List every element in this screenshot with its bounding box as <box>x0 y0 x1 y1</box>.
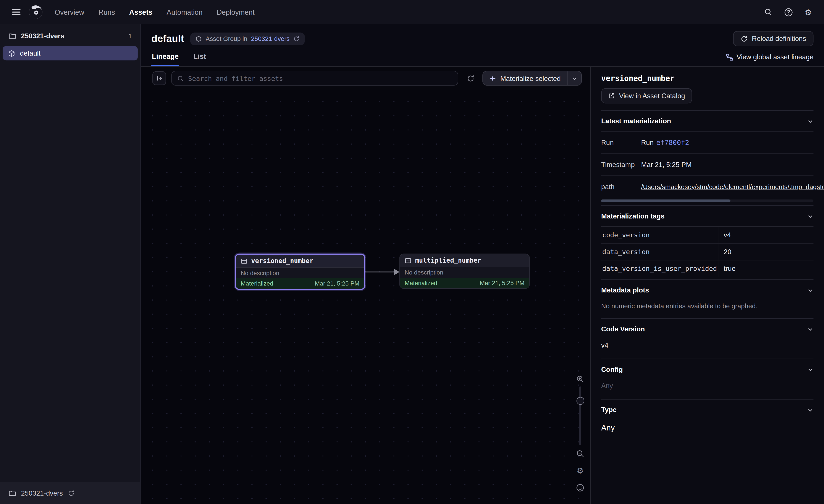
tag-row: code_version v4 <box>601 227 814 243</box>
status-label: Materialized <box>241 280 273 287</box>
chevron-down-icon <box>807 326 813 332</box>
path-link[interactable]: /Users/smackesey/stm/code/elementl/exper… <box>641 183 824 191</box>
zoom-out-button[interactable] <box>575 448 586 459</box>
nav-item-assets[interactable]: Assets <box>129 8 152 16</box>
config-value: Any <box>601 380 814 399</box>
asset-search-input[interactable] <box>188 74 452 82</box>
section-metadata-plots[interactable]: Metadata plots <box>601 279 814 300</box>
zoom-slider-handle[interactable] <box>577 397 584 405</box>
section-code-version[interactable]: Code Version <box>601 318 814 339</box>
sidebar-footer-name: 250321-dvers <box>21 489 63 497</box>
section-title: Materialization tags <box>601 212 665 220</box>
materialize-selected-button[interactable]: Materialize selected <box>483 72 567 85</box>
sparkle-icon <box>489 75 496 82</box>
row-run: Run Runef7800f2 <box>601 131 814 153</box>
tab-lineage[interactable]: Lineage <box>151 52 179 66</box>
chevron-down-icon <box>807 118 813 124</box>
asset-sidebar: 250321-dvers 1 default 250321 <box>0 24 141 504</box>
folder-icon <box>8 489 16 497</box>
section-type[interactable]: Type <box>601 399 814 420</box>
timestamp-value: Mar 21, 5:25 PM <box>641 161 813 168</box>
nav-item-overview[interactable]: Overview <box>55 8 84 16</box>
asset-node-name: versioned_number <box>251 257 313 265</box>
collapse-sidebar-button[interactable] <box>152 72 166 85</box>
panel-asset-title: versioned_number <box>601 74 814 83</box>
hamburger-menu-button[interactable] <box>8 4 24 20</box>
asset-group-icon <box>196 35 202 42</box>
sidebar-group-row[interactable]: 250321-dvers 1 <box>0 24 140 45</box>
nav-item-automation[interactable]: Automation <box>167 8 203 16</box>
folder-icon <box>8 32 16 40</box>
materialize-split-button: Materialize selected <box>483 71 582 86</box>
sidebar-footer[interactable]: 250321-dvers <box>0 482 140 504</box>
tag-row: data_version_is_user_provided true <box>601 260 814 277</box>
section-title: Metadata plots <box>601 286 649 294</box>
lineage-graph-icon <box>725 53 733 60</box>
table-icon <box>241 258 248 265</box>
panel-toggle-icon <box>156 75 163 82</box>
nav-item-runs[interactable]: Runs <box>99 8 115 16</box>
tag-key: data_version <box>601 244 718 260</box>
path-label: path <box>601 183 641 191</box>
nav-item-deployment[interactable]: Deployment <box>217 8 254 16</box>
view-global-lineage-link[interactable]: View global asset lineage <box>725 53 814 66</box>
run-label: Run <box>601 139 641 146</box>
zoom-in-icon <box>576 375 584 383</box>
page-header: default Asset Group in 250321-dvers <box>141 24 824 67</box>
row-timestamp: Timestamp Mar 21, 5:25 PM <box>601 153 814 175</box>
asset-node-multiplied_number[interactable]: multiplied_number No description Materia… <box>399 254 530 289</box>
section-title: Code Version <box>601 325 645 333</box>
refresh-graph-button[interactable] <box>463 72 477 85</box>
refresh-icon[interactable] <box>68 490 75 496</box>
view-in-asset-catalog-button[interactable]: View in Asset Catalog <box>601 88 692 103</box>
panel-horizontal-scrollbar <box>601 200 814 202</box>
help-button[interactable] <box>781 5 796 19</box>
tab-list[interactable]: List <box>193 52 207 66</box>
search-icon <box>764 8 772 16</box>
section-title: Config <box>601 365 623 373</box>
graph-settings-button[interactable]: ⚙ <box>575 465 586 476</box>
sidebar-group-count: 1 <box>128 32 132 39</box>
section-materialization-tags[interactable]: Materialization tags <box>601 205 814 226</box>
refresh-icon <box>466 74 474 82</box>
asset-node-versioned_number[interactable]: versioned_number No description Material… <box>235 254 365 290</box>
asset-node-status-row: Materialized Mar 21, 5:25 PM <box>236 278 364 289</box>
sidebar-item-label: default <box>20 49 40 57</box>
section-config[interactable]: Config <box>601 359 814 380</box>
zoom-slider[interactable] <box>579 386 581 445</box>
timestamp-label: Timestamp <box>601 161 641 168</box>
section-latest-materialization[interactable]: Latest materialization <box>601 110 814 131</box>
lineage-graph[interactable]: versioned_number No description Material… <box>141 90 590 504</box>
materialize-selected-label: Materialize selected <box>500 74 561 82</box>
search-button[interactable] <box>761 5 776 19</box>
type-value: Any <box>601 420 814 442</box>
reload-definitions-button[interactable]: Reload definitions <box>733 31 813 46</box>
materialization-tags-table: code_version v4 data_version 20 data_ver… <box>601 226 814 277</box>
gear-icon: ⚙ <box>577 467 584 474</box>
lineage-toolbar: Materialize selected <box>141 67 590 90</box>
zoom-in-button[interactable] <box>575 373 586 385</box>
status-label: Materialized <box>405 280 437 286</box>
tag-row: data_version 20 <box>601 243 814 260</box>
sidebar-item-default[interactable]: default <box>3 46 138 60</box>
asset-node-name: multiplied_number <box>415 257 481 264</box>
asset-detail-panel: versioned_number View in Asset Catalog <box>590 67 824 504</box>
scrollbar-thumb[interactable] <box>601 200 731 202</box>
top-nav: Overview Runs Assets Automation Deployme… <box>0 0 824 24</box>
badge-group-link[interactable]: 250321-dvers <box>251 35 290 42</box>
asset-group-badge[interactable]: Asset Group in 250321-dvers <box>190 32 305 45</box>
materialize-dropdown-button[interactable] <box>568 72 581 85</box>
search-icon <box>177 75 184 82</box>
settings-button[interactable]: ⚙ <box>801 5 816 19</box>
refresh-icon[interactable] <box>293 35 300 42</box>
lineage-area: Materialize selected <box>141 67 590 504</box>
smiley-icon <box>576 484 584 492</box>
asset-search-box <box>171 71 458 86</box>
zoom-out-icon <box>576 450 584 458</box>
dagster-logo[interactable] <box>25 3 46 21</box>
run-prefix: Run <box>641 139 653 146</box>
section-title: Latest materialization <box>601 117 671 125</box>
row-path: path /Users/smackesey/stm/code/elementl/… <box>601 175 814 198</box>
run-id-link[interactable]: ef7800f2 <box>656 139 689 146</box>
feedback-button[interactable] <box>575 482 586 493</box>
